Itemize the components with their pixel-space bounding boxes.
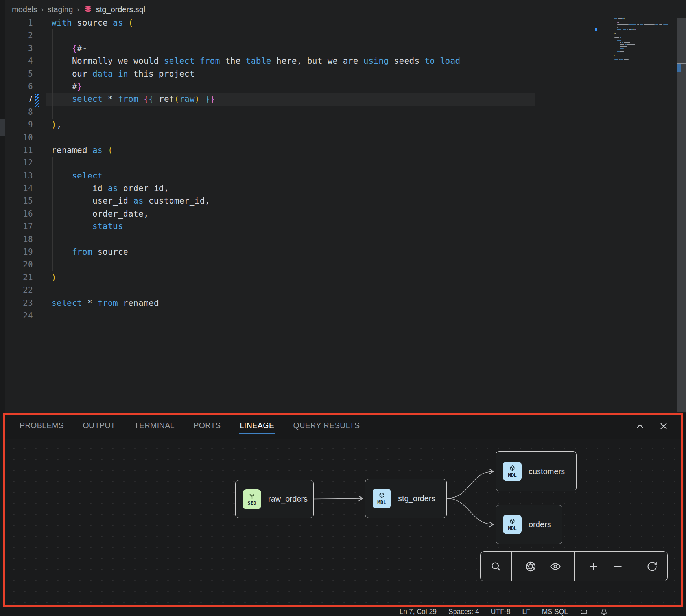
refresh-button[interactable] bbox=[647, 561, 658, 572]
toolbar-group bbox=[481, 552, 511, 581]
code-text bbox=[43, 309, 52, 322]
code-line-10[interactable]: 10 bbox=[5, 131, 611, 144]
line-number: 18 bbox=[5, 233, 43, 246]
refresh-icon bbox=[647, 561, 658, 572]
code-text bbox=[43, 131, 52, 144]
badge-label: MDL bbox=[377, 499, 386, 505]
line-number: 15 bbox=[5, 195, 43, 207]
code-line-11[interactable]: 11renamed as ( bbox=[5, 144, 611, 156]
node-badge: SED bbox=[243, 489, 261, 509]
code-line-4[interactable]: 4 Normally we would select from the tabl… bbox=[5, 55, 611, 67]
status-item-ln-7-col-29[interactable]: Ln 7, Col 29 bbox=[400, 608, 437, 616]
code-line-2[interactable]: 2 bbox=[5, 29, 611, 42]
code-editor[interactable]: 1with source as (23 {#-4 Normally we wou… bbox=[5, 17, 611, 322]
bell-icon[interactable] bbox=[600, 608, 608, 616]
close-button[interactable] bbox=[658, 421, 669, 431]
breadcrumb-file[interactable]: stg_orders.sql bbox=[83, 5, 146, 14]
code-line-14[interactable]: 14 id as order_id, bbox=[5, 182, 611, 195]
status-item-utf-8[interactable]: UTF-8 bbox=[491, 608, 511, 616]
panel-tab-terminal[interactable]: TERMINAL bbox=[134, 419, 176, 434]
code-text: our data in this project bbox=[43, 68, 195, 80]
zoom-out-button[interactable] bbox=[612, 561, 623, 572]
code-text bbox=[43, 258, 52, 271]
panel-tab-lineage[interactable]: LINEAGE bbox=[239, 419, 275, 434]
code-line-9[interactable]: 9), bbox=[5, 118, 611, 131]
code-text: ) bbox=[43, 271, 57, 284]
status-bar: Ln 7, Col 29Spaces: 4UTF-8LFMS SQL bbox=[0, 607, 686, 616]
panel-tab-query-results[interactable]: QUERY RESULTS bbox=[293, 419, 361, 434]
code-text: renamed as ( bbox=[43, 144, 113, 156]
node-badge: MDL bbox=[373, 489, 391, 508]
model-cube-icon bbox=[509, 465, 516, 472]
minimap[interactable] bbox=[614, 18, 674, 62]
code-line-17[interactable]: 17 status bbox=[5, 220, 611, 233]
status-item-ms-sql[interactable]: MS SQL bbox=[542, 608, 568, 616]
zoom-out-icon bbox=[612, 561, 623, 572]
search-button[interactable] bbox=[491, 561, 502, 572]
panel-actions bbox=[635, 421, 669, 431]
lineage-toolbar bbox=[480, 551, 668, 581]
breadcrumb-separator: › bbox=[77, 5, 79, 14]
line-number: 12 bbox=[5, 156, 43, 169]
panel-tab-ports[interactable]: PORTS bbox=[193, 419, 221, 434]
line-number: 14 bbox=[5, 182, 43, 195]
breadcrumb-item[interactable]: models bbox=[12, 5, 37, 14]
code-line-12[interactable]: 12 bbox=[5, 156, 611, 169]
aperture-button[interactable] bbox=[525, 561, 536, 572]
code-line-23[interactable]: 23select * from renamed bbox=[5, 297, 611, 309]
line-number: 1 bbox=[5, 17, 43, 29]
sidebar-drag-handle[interactable] bbox=[0, 119, 5, 136]
code-text: select * from {{ ref(raw) }} bbox=[43, 93, 215, 105]
code-text: id as order_id, bbox=[43, 182, 169, 195]
lineage-node-stg_orders[interactable]: MDLstg_orders bbox=[365, 479, 447, 518]
line-number: 11 bbox=[5, 144, 43, 156]
status-item-lf[interactable]: LF bbox=[522, 608, 530, 616]
line-number: 24 bbox=[5, 309, 43, 322]
code-line-15[interactable]: 15 user_id as customer_id, bbox=[5, 195, 611, 207]
line-number: 19 bbox=[5, 246, 43, 258]
code-line-5[interactable]: 5 our data in this project bbox=[5, 68, 611, 80]
line-number: 6 bbox=[5, 80, 43, 93]
line-number: 16 bbox=[5, 208, 43, 220]
breadcrumb-separator: › bbox=[41, 5, 43, 14]
scrollbar-thumb[interactable] bbox=[677, 18, 686, 412]
code-line-16[interactable]: 16 order_date, bbox=[5, 208, 611, 220]
close-icon bbox=[658, 421, 669, 431]
code-line-1[interactable]: 1with source as ( bbox=[5, 17, 611, 29]
chevron-up-button[interactable] bbox=[635, 421, 645, 431]
code-text: order_date, bbox=[43, 208, 149, 220]
code-line-19[interactable]: 19 from source bbox=[5, 246, 611, 258]
code-line-6[interactable]: 6 #} bbox=[5, 80, 611, 93]
code-line-22[interactable]: 22 bbox=[5, 284, 611, 296]
node-badge: MDL bbox=[503, 515, 522, 534]
code-line-20[interactable]: 20 bbox=[5, 258, 611, 271]
zoom-in-button[interactable] bbox=[588, 561, 599, 572]
code-line-3[interactable]: 3 {#- bbox=[5, 42, 611, 55]
line-number: 4 bbox=[5, 55, 43, 67]
breadcrumb-item[interactable]: staging bbox=[48, 5, 73, 14]
lineage-node-orders[interactable]: MDLorders bbox=[496, 505, 562, 544]
code-line-21[interactable]: 21) bbox=[5, 271, 611, 284]
code-line-7[interactable]: 7 select * from {{ ref(raw) }} bbox=[5, 93, 611, 105]
panel-tab-output[interactable]: OUTPUT bbox=[82, 419, 116, 434]
code-line-8[interactable]: 8 bbox=[5, 106, 611, 118]
code-line-13[interactable]: 13 select bbox=[5, 169, 611, 182]
line-number: 23 bbox=[5, 297, 43, 309]
line-number: 20 bbox=[5, 258, 43, 271]
panel-tab-problems[interactable]: PROBLEMS bbox=[19, 419, 65, 434]
scrollbar-modified-decoration bbox=[677, 64, 681, 72]
toolbar-group bbox=[574, 552, 637, 581]
eye-button[interactable] bbox=[550, 561, 561, 572]
code-line-18[interactable]: 18 bbox=[5, 233, 611, 246]
lineage-node-raw_orders[interactable]: SEDraw_orders bbox=[235, 480, 314, 518]
line-number: 17 bbox=[5, 220, 43, 233]
status-item-spaces-4[interactable]: Spaces: 4 bbox=[448, 608, 479, 616]
toolbar-group bbox=[637, 552, 667, 581]
line-number: 3 bbox=[5, 42, 43, 55]
lineage-node-customers[interactable]: MDLcustomers bbox=[496, 451, 577, 491]
code-line-24[interactable]: 24 bbox=[5, 309, 611, 322]
node-label: orders bbox=[529, 520, 551, 529]
editor-scrollbar[interactable] bbox=[677, 0, 686, 414]
copilot-icon[interactable] bbox=[580, 608, 588, 616]
code-text: select bbox=[43, 169, 103, 182]
